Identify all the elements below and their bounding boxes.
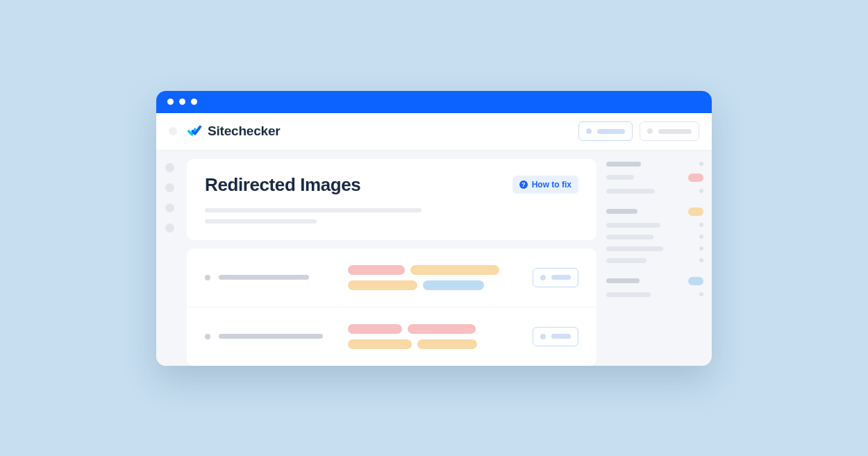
- tag-blue: [423, 280, 484, 290]
- side-item[interactable]: [606, 174, 703, 182]
- nav-item-1[interactable]: [165, 163, 174, 172]
- side-item[interactable]: [606, 246, 703, 251]
- side-group-2: [606, 208, 703, 263]
- left-nav-rail: [156, 151, 183, 366]
- app-name: Sitechecker: [208, 124, 280, 139]
- tag-orange: [417, 339, 477, 349]
- how-to-fix-label: How to fix: [532, 180, 571, 189]
- nav-item-3[interactable]: [165, 203, 174, 212]
- list-item: [187, 307, 596, 366]
- status-badge-red: [688, 174, 703, 182]
- tag-orange: [348, 280, 417, 290]
- how-to-fix-button[interactable]: ? How to fix: [512, 176, 578, 194]
- tag-red: [408, 324, 476, 334]
- topbar-actions: [578, 121, 699, 141]
- check-icon: [187, 124, 202, 139]
- main-column: Redirected Images ? How to fix: [187, 159, 596, 366]
- side-item[interactable]: [606, 292, 703, 297]
- side-item[interactable]: [606, 235, 703, 239]
- side-group-3: [606, 277, 703, 297]
- side-panel: [606, 159, 703, 366]
- list-item-title: [205, 334, 337, 339]
- window-titlebar: [156, 91, 712, 113]
- status-badge-blue: [688, 277, 703, 285]
- app-logo[interactable]: Sitechecker: [187, 124, 280, 139]
- list-item: [187, 248, 596, 307]
- tag-red: [348, 265, 405, 275]
- window-minimize-dot[interactable]: [179, 99, 185, 105]
- window-maximize-dot[interactable]: [191, 99, 197, 105]
- window-controls: [167, 99, 197, 105]
- side-group-1: [606, 162, 703, 194]
- tag-orange: [348, 339, 412, 349]
- list-item-action-button[interactable]: [533, 327, 578, 346]
- side-item[interactable]: [606, 189, 703, 194]
- header-card: Redirected Images ? How to fix: [187, 159, 596, 240]
- topbar: Sitechecker: [156, 113, 712, 151]
- app-window: Sitechecker Redirected Images: [156, 91, 712, 366]
- list-item-tags: [348, 265, 521, 290]
- window-close-dot[interactable]: [167, 99, 174, 105]
- help-icon: ?: [519, 180, 528, 189]
- side-item[interactable]: [606, 223, 703, 228]
- list-item-action-button[interactable]: [533, 268, 578, 287]
- side-section-header[interactable]: [606, 162, 703, 167]
- topbar-button-primary[interactable]: [578, 121, 633, 141]
- list-item-tags: [348, 324, 521, 349]
- status-badge-orange: [688, 208, 703, 216]
- tag-red: [348, 324, 402, 334]
- nav-item-4[interactable]: [165, 223, 174, 233]
- side-section-header[interactable]: [606, 208, 703, 216]
- list-item-title: [205, 275, 337, 280]
- body-area: Redirected Images ? How to fix: [156, 151, 712, 366]
- side-section-header[interactable]: [606, 277, 703, 285]
- nav-item-2[interactable]: [165, 183, 174, 192]
- content-wrap: Redirected Images ? How to fix: [183, 151, 712, 366]
- menu-icon[interactable]: [169, 127, 177, 135]
- side-item[interactable]: [606, 258, 703, 263]
- topbar-button-secondary[interactable]: [640, 121, 699, 141]
- page-title: Redirected Images: [205, 174, 360, 196]
- description-placeholder: [205, 208, 578, 223]
- tag-orange: [410, 265, 499, 275]
- results-list: [187, 248, 596, 366]
